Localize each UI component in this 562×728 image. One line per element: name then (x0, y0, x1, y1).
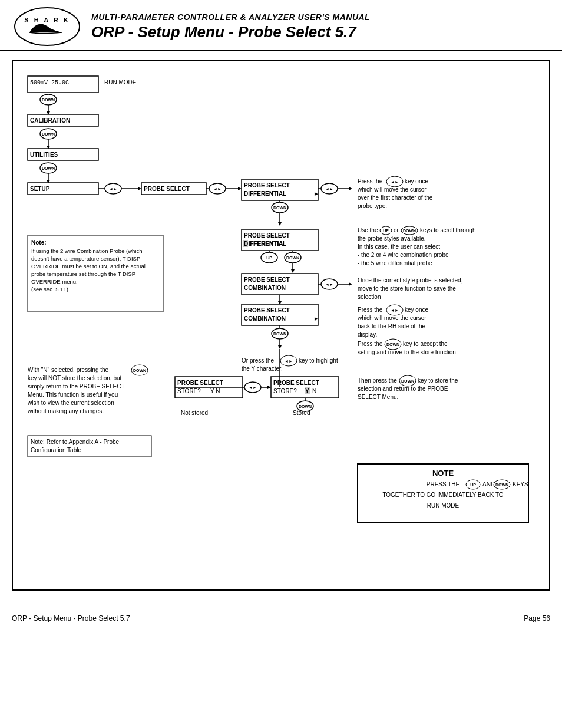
svg-text:PROBE SELECT: PROBE SELECT (144, 186, 190, 192)
svg-text:DOWN: DOWN (495, 483, 508, 487)
svg-text:OVERRIDE menu.: OVERRIDE menu. (31, 278, 78, 285)
svg-marker-43 (349, 187, 352, 190)
svg-text:key to highlight: key to highlight (299, 357, 338, 364)
svg-text:Configuration Table: Configuration Table (31, 447, 81, 453)
svg-text:selection: selection (358, 294, 381, 300)
svg-text:SETUP: SETUP (30, 186, 50, 192)
svg-text:◄►: ◄► (391, 180, 399, 184)
svg-text:IFFERENTIAL: IFFERENTIAL (249, 241, 286, 247)
svg-text:◄►: ◄► (391, 308, 399, 312)
svg-text:the Y character.: the Y character. (242, 365, 283, 372)
svg-text:or: or (394, 227, 399, 233)
svg-text:D: D (244, 241, 248, 247)
svg-text:move to the store function to : move to the store function to save the (358, 285, 456, 292)
svg-text:Not stored: Not stored (181, 410, 208, 416)
svg-text:key to store the: key to store the (418, 377, 458, 384)
svg-text:Note:: Note: (31, 239, 47, 246)
svg-text:RUN MODE: RUN MODE (427, 502, 459, 509)
svg-text:without making any changes.: without making any changes. (27, 408, 104, 414)
svg-text:◄►: ◄► (213, 187, 222, 191)
svg-text:COMBINATION: COMBINATION (244, 285, 286, 291)
svg-text:TOGETHER TO GO IMMEDIATELY BAC: TOGETHER TO GO IMMEDIATELY BACK TO (382, 492, 503, 498)
svg-text:selection and return to the PR: selection and return to the PROBE (358, 386, 448, 392)
svg-text:NOTE: NOTE (432, 469, 454, 477)
svg-text:KEYS: KEYS (513, 481, 528, 487)
svg-text:DOWN: DOWN (401, 379, 414, 383)
svg-text:probe temperature set through : probe temperature set through the T DISP (31, 271, 135, 277)
svg-text:Note: Refer to Appendix A - Pr: Note: Refer to Appendix A - Probe (31, 439, 120, 445)
svg-text:UP: UP (470, 483, 476, 487)
svg-text:OVERRIDE must be set to ON, an: OVERRIDE must be set to ON, and the actu… (31, 263, 146, 269)
svg-text:◄►: ◄► (109, 187, 117, 191)
svg-text:UP: UP (383, 229, 389, 233)
svg-text:DOWN: DOWN (42, 98, 55, 102)
svg-text:DOWN: DOWN (286, 256, 299, 260)
flow-diagram: 500mV 25.0C RUN MODE DOWN CALIBRATION DO… (22, 70, 546, 554)
svg-text:key will NOT store the selecti: key will NOT store the selection, but (28, 375, 122, 381)
svg-marker-34 (238, 187, 242, 190)
svg-text:If using the 2 wire Combinatio: If using the 2 wire Combination Probe (w… (31, 248, 143, 254)
svg-text:STORE?: STORE? (273, 388, 297, 394)
svg-text:which will move the cursor: which will move the cursor (357, 315, 427, 321)
svg-text:Press the: Press the (358, 307, 383, 313)
svg-text:Once the correct style probe i: Once the correct style probe is selected… (358, 277, 462, 284)
svg-text:Y: Y (305, 388, 309, 394)
svg-text:500mV  25.0C: 500mV 25.0C (30, 80, 69, 86)
svg-text:◄►: ◄► (325, 187, 333, 191)
svg-text:With "N" selected, pressing th: With "N" selected, pressing the (28, 367, 109, 373)
svg-text:COMBINATION: COMBINATION (244, 315, 286, 322)
page-header: S H A R K MULTI-PARAMETER CONTROLLER & A… (0, 0, 562, 51)
svg-text:key once: key once (405, 178, 428, 185)
header-text: MULTI-PARAMETER CONTROLLER & ANALYZER US… (82, 12, 550, 41)
svg-text:◄►: ◄► (285, 359, 293, 363)
svg-text:- the 2 or 4 wire combination : - the 2 or 4 wire combination probe (358, 252, 449, 258)
svg-text:setting and move to the store : setting and move to the store function (358, 349, 456, 355)
svg-text:AND: AND (482, 481, 495, 487)
header-title-top: MULTI-PARAMETER CONTROLLER & ANALYZER US… (91, 12, 550, 22)
svg-text:UTILITIES: UTILITIES (30, 151, 58, 158)
svg-text:PRESS THE: PRESS THE (427, 481, 460, 487)
svg-text:doesn't have a temperature sen: doesn't have a temperature sensor), T DI… (31, 255, 140, 262)
svg-text:STORE?: STORE? (177, 388, 201, 394)
footer-right: Page 56 (524, 614, 550, 622)
svg-marker-144 (267, 386, 271, 389)
svg-text:key once: key once (405, 307, 428, 313)
svg-text:- the 5 wire differential prob: - the 5 wire differential probe (358, 260, 432, 266)
svg-text:DOWN: DOWN (133, 368, 146, 373)
svg-text:DOWN: DOWN (299, 404, 312, 409)
svg-text:over the first character of th: over the first character of the (358, 195, 433, 201)
svg-marker-117 (278, 345, 282, 349)
svg-marker-99 (349, 282, 352, 286)
svg-text:In this case, the user can sel: In this case, the user can select (358, 243, 440, 250)
svg-text:wish to view the current selec: wish to view the current selection (27, 400, 114, 406)
svg-text:Then press the: Then press the (358, 377, 397, 384)
page-footer: ORP - Setup Menu - Probe Select 5.7 Page… (0, 608, 562, 628)
svg-text:◄►: ◄► (249, 386, 257, 390)
svg-text:(see sec. 5.11): (see sec. 5.11) (31, 286, 68, 292)
svg-text:Y  N: Y N (210, 388, 220, 394)
svg-text:back to the RH side of the: back to the RH side of the (358, 323, 426, 330)
svg-text:Press the: Press the (358, 341, 383, 347)
header-title-bottom: ORP - Setup Menu - Probe Select 5.7 (91, 23, 550, 41)
svg-text:which will move the cursor: which will move the cursor (357, 186, 427, 193)
svg-text:PROBE SELECT: PROBE SELECT (244, 276, 290, 283)
svg-text:S H A R K: S H A R K (24, 17, 70, 24)
svg-text:DIFFERENTIAL: DIFFERENTIAL (244, 190, 286, 197)
svg-text:keys to scroll through: keys to scroll through (420, 227, 476, 233)
svg-text:CALIBRATION: CALIBRATION (30, 117, 70, 124)
svg-text:►: ► (313, 190, 319, 197)
svg-text:Press the: Press the (358, 178, 383, 185)
svg-text:simply return to the PROBE SEL: simply return to the PROBE SELECT (28, 383, 125, 390)
svg-text:DOWN: DOWN (273, 332, 286, 336)
svg-text:DOWN: DOWN (42, 132, 55, 136)
svg-text:UP: UP (266, 256, 272, 260)
diagram-box: 500mV 25.0C RUN MODE DOWN CALIBRATION DO… (12, 60, 550, 591)
main-content: 500mV 25.0C RUN MODE DOWN CALIBRATION DO… (0, 51, 562, 599)
logo-area: S H A R K (12, 6, 82, 47)
svg-text:DOWN: DOWN (42, 166, 55, 170)
svg-marker-48 (278, 222, 282, 226)
svg-text:probe type.: probe type. (358, 203, 387, 209)
svg-text:display.: display. (358, 331, 377, 338)
svg-text:SELECT Menu.: SELECT Menu. (358, 394, 398, 400)
svg-text:Use the: Use the (358, 227, 378, 233)
